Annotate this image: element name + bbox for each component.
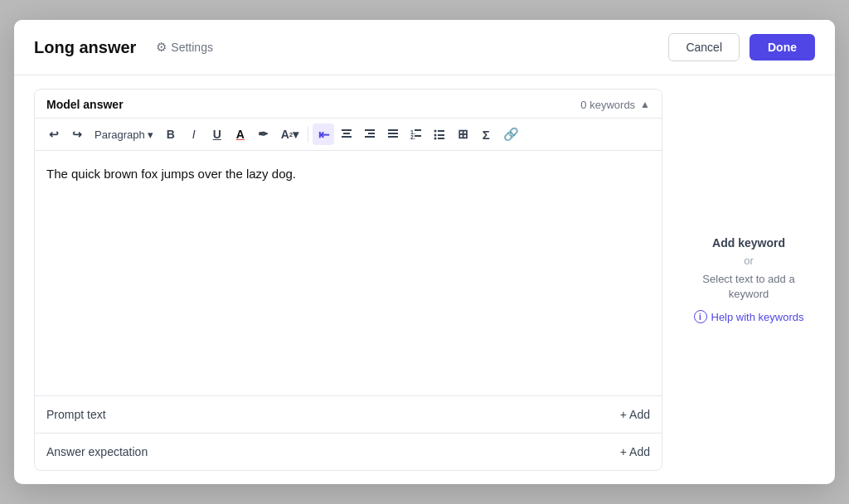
underline-button[interactable]: U <box>206 124 228 145</box>
svg-rect-16 <box>438 134 444 136</box>
superscript-button[interactable]: A2▾ <box>276 124 304 145</box>
svg-rect-3 <box>365 129 375 131</box>
align-left-button[interactable]: ⇤ <box>313 124 334 145</box>
prompt-text-add-button[interactable]: + Add <box>620 408 650 421</box>
paragraph-label: Paragraph <box>95 128 145 141</box>
svg-point-13 <box>434 130 437 133</box>
undo-button[interactable]: ↩ <box>43 124 65 145</box>
modal-overlay: Long answer ⚙ Settings Cancel Done Model… <box>0 0 849 504</box>
svg-rect-1 <box>343 133 350 134</box>
answer-expectation-row: Answer expectation + Add <box>35 434 662 470</box>
svg-rect-4 <box>368 133 375 134</box>
add-keyword-button[interactable]: Add keyword <box>712 236 785 250</box>
numbered-list-button[interactable]: 1.2. <box>405 124 427 145</box>
model-answer-header: Model answer 0 keywords ▲ <box>35 90 662 119</box>
help-keywords-link[interactable]: i Help with keywords <box>694 310 804 323</box>
prompt-text-row: Prompt text + Add <box>35 396 662 434</box>
modal: Long answer ⚙ Settings Cancel Done Model… <box>14 20 835 484</box>
redo-button[interactable]: ↪ <box>66 124 88 145</box>
highlight-button[interactable]: ✒ <box>253 124 274 145</box>
model-answer-title: Model answer <box>46 98 124 111</box>
italic-button[interactable]: I <box>183 124 205 145</box>
align-right-button[interactable] <box>359 124 381 145</box>
svg-rect-10 <box>415 129 421 131</box>
align-center-button[interactable] <box>336 124 357 145</box>
keyword-sidebar: Add keyword or Select text to add a keyw… <box>682 89 815 471</box>
svg-rect-12 <box>415 135 421 137</box>
svg-rect-2 <box>342 136 352 138</box>
cancel-button[interactable]: Cancel <box>668 33 740 61</box>
modal-title: Long answer <box>34 38 136 57</box>
svg-point-15 <box>434 134 437 137</box>
svg-rect-7 <box>388 133 398 134</box>
done-button[interactable]: Done <box>750 34 815 61</box>
settings-button[interactable]: ⚙ Settings <box>149 36 220 58</box>
svg-rect-0 <box>342 129 352 131</box>
answer-expectation-add-button[interactable]: + Add <box>620 445 650 458</box>
svg-rect-14 <box>438 130 444 132</box>
answer-expectation-label: Answer expectation <box>46 445 148 458</box>
bullet-list-button[interactable] <box>429 124 450 145</box>
toolbar-divider-1 <box>308 126 308 143</box>
editor-text: The quick brown fox jumps over the lazy … <box>46 167 296 181</box>
settings-label: Settings <box>171 41 213 54</box>
svg-rect-8 <box>388 136 398 138</box>
svg-rect-5 <box>365 136 375 138</box>
svg-point-17 <box>434 138 437 140</box>
keywords-badge[interactable]: 0 keywords ▲ <box>580 99 650 111</box>
paragraph-chevron-icon: ▾ <box>148 128 153 141</box>
toolbar: ↩ ↪ Paragraph ▾ B I U A ✒ A2▾ ⇤ <box>35 119 662 151</box>
svg-rect-6 <box>388 129 398 131</box>
chevron-up-icon: ▲ <box>640 99 650 110</box>
select-keyword-text: Select text to add a keyword <box>689 272 808 302</box>
link-button[interactable]: 🔗 <box>498 124 524 145</box>
svg-rect-18 <box>438 138 444 139</box>
table-button[interactable]: ⊞ <box>452 124 473 145</box>
keywords-count: 0 keywords <box>580 99 635 111</box>
help-keywords-label: Help with keywords <box>711 311 804 323</box>
font-color-button[interactable]: A <box>230 124 251 145</box>
bottom-items: Prompt text + Add Answer expectation + A… <box>35 395 662 470</box>
or-text: or <box>744 254 754 267</box>
paragraph-dropdown[interactable]: Paragraph ▾ <box>90 125 158 144</box>
align-justify-button[interactable] <box>382 124 404 145</box>
gear-icon: ⚙ <box>156 40 167 55</box>
modal-body: Model answer 0 keywords ▲ ↩ ↪ Paragraph … <box>14 75 835 484</box>
editor-content-area[interactable]: The quick brown fox jumps over the lazy … <box>35 151 662 395</box>
bold-button[interactable]: B <box>160 124 182 145</box>
prompt-text-label: Prompt text <box>46 408 106 421</box>
info-circle-icon: i <box>694 310 707 323</box>
modal-header: Long answer ⚙ Settings Cancel Done <box>14 20 835 75</box>
formula-button[interactable]: Σ <box>475 124 497 145</box>
editor-section: Model answer 0 keywords ▲ ↩ ↪ Paragraph … <box>34 89 662 471</box>
